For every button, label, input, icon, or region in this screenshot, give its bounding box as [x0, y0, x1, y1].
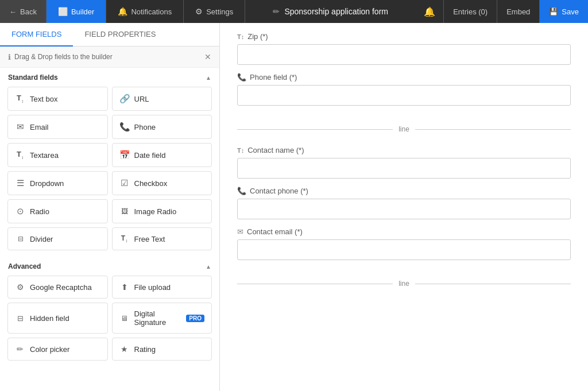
back-button[interactable]: ← Back — [0, 0, 47, 23]
edit-icon: ✏ — [273, 7, 280, 16]
field-item-color-picker[interactable]: ✏ Color picker — [7, 338, 108, 361]
contact-email-icon: ✉ — [237, 227, 243, 236]
settings-tab[interactable]: ⚙ Settings — [184, 0, 245, 23]
form-title: Sponsorship application form — [284, 7, 388, 16]
divider-2-line-right — [415, 284, 571, 284]
hidden-field-icon: ⊟ — [15, 314, 25, 323]
notifications-label: Notifications — [131, 7, 172, 16]
top-nav: ← Back ⬜ Builder 🔔 Notifications ⚙ Setti… — [0, 0, 588, 23]
field-label-text-box: Text box — [30, 95, 57, 103]
section-standard-toggle[interactable] — [206, 73, 211, 82]
url-icon: 🔗 — [119, 94, 130, 104]
drag-hint-text: Drag & Drop fields to the builder — [14, 53, 113, 61]
bell-icon: 🔔 — [424, 6, 435, 17]
field-item-url[interactable]: 🔗 URL — [112, 87, 212, 111]
divider-1: line — [220, 116, 588, 142]
section-advanced-toggle[interactable] — [206, 262, 211, 270]
embed-button[interactable]: Embed — [497, 0, 539, 23]
nav-right-actions: 🔔 Entries (0) Embed 💾 Save — [416, 0, 588, 23]
field-item-divider[interactable]: ⊟ Divider — [7, 227, 108, 250]
left-panel: FORM FIELDS FIELD PROPERTIES ℹ Drag & Dr… — [0, 23, 220, 391]
recaptcha-icon: ⚙ — [15, 282, 25, 292]
field-item-email[interactable]: ✉ Email — [7, 115, 108, 139]
divider-text-2: line — [399, 280, 409, 288]
field-item-date[interactable]: 📅 Date field — [112, 143, 212, 167]
bell-button[interactable]: 🔔 — [416, 0, 443, 23]
phone-input[interactable] — [237, 85, 571, 106]
save-button[interactable]: 💾 Save — [539, 0, 588, 23]
field-label-email: Email — [30, 123, 49, 131]
field-item-phone[interactable]: 📞 Phone — [112, 115, 212, 139]
contact-email-input[interactable] — [237, 239, 571, 260]
field-item-recaptcha[interactable]: ⚙ Google Recaptcha — [7, 276, 108, 299]
form-preview: T↕ Zip (*) 📞 Phone field (*) line — [220, 23, 588, 391]
standard-fields-grid: T↕ Text box 🔗 URL ✉ Email 📞 Phone — [0, 85, 219, 257]
rating-icon: ★ — [119, 344, 130, 354]
field-label-url: URL — [134, 95, 149, 103]
embed-label: Embed — [506, 7, 530, 16]
notifications-tab[interactable]: 🔔 Notifications — [106, 0, 184, 23]
date-icon: 📅 — [119, 150, 130, 160]
divider-2: line — [220, 270, 588, 297]
contact-name-icon: T↕ — [237, 147, 244, 154]
field-item-file-upload[interactable]: ⬆ File upload — [112, 276, 212, 299]
pro-badge: PRO — [186, 315, 204, 322]
contact-name-label: T↕ Contact name (*) — [237, 146, 571, 154]
field-label-free-text: Free Text — [134, 235, 165, 243]
dropdown-icon: ☰ — [15, 178, 25, 188]
color-picker-icon: ✏ — [15, 344, 25, 354]
field-item-text-box[interactable]: T↕ Text box — [7, 87, 108, 111]
contact-name-input[interactable] — [237, 158, 571, 179]
zip-label-icon: T↕ — [237, 33, 244, 40]
digital-signature-icon: 🖥 — [119, 314, 130, 323]
drag-hint-bar: ℹ Drag & Drop fields to the builder ✕ — [0, 47, 219, 68]
field-label-dropdown: Dropdown — [30, 179, 64, 188]
field-item-hidden[interactable]: ⊟ Hidden field — [7, 303, 108, 334]
field-item-rating[interactable]: ★ Rating — [112, 338, 212, 361]
field-item-digital-signature[interactable]: 🖥 Digital Signature PRO — [112, 303, 212, 334]
phone-label-icon: 📞 — [237, 73, 246, 82]
settings-label: Settings — [206, 7, 233, 16]
notifications-icon: 🔔 — [118, 7, 127, 16]
section-standard-label: Standard fields — [8, 73, 58, 82]
divider-text-1: line — [399, 125, 409, 133]
field-label-divider: Divider — [30, 235, 53, 243]
tab-form-fields[interactable]: FORM FIELDS — [0, 23, 73, 47]
field-label-phone: Phone — [134, 123, 156, 131]
field-contact-email: ✉ Contact email (*) — [220, 219, 588, 260]
form-title-area: ✏ Sponsorship application form — [245, 7, 416, 16]
contact-phone-input[interactable] — [237, 199, 571, 219]
field-item-free-text[interactable]: T↕ Free Text — [112, 227, 212, 250]
field-label-date: Date field — [134, 151, 166, 160]
phone-icon: 📞 — [119, 122, 130, 132]
image-radio-icon: 🖼 — [119, 207, 130, 215]
back-icon: ← — [9, 7, 17, 16]
free-text-icon: T↕ — [119, 234, 130, 243]
field-contact-phone: 📞 Contact phone (*) — [220, 179, 588, 219]
builder-icon: ⬜ — [58, 7, 68, 16]
field-item-textarea[interactable]: T↕ Textarea — [7, 143, 108, 167]
entries-button[interactable]: Entries (0) — [443, 0, 497, 23]
field-label-color-picker: Color picker — [30, 345, 69, 354]
field-label-digital-signature: Digital Signature — [134, 309, 182, 327]
section-standard-header: Standard fields — [0, 68, 219, 85]
right-panel: T↕ Zip (*) 📞 Phone field (*) line — [220, 23, 588, 391]
close-icon[interactable]: ✕ — [204, 52, 211, 61]
text-box-icon: T↕ — [15, 94, 25, 104]
divider-line-left — [237, 129, 393, 130]
file-upload-icon: ⬆ — [119, 282, 130, 292]
field-item-dropdown[interactable]: ☰ Dropdown — [7, 171, 108, 195]
field-phone: 📞 Phone field (*) — [220, 65, 588, 106]
zip-input[interactable] — [237, 44, 571, 65]
field-label-radio: Radio — [30, 207, 49, 216]
panel-tabs: FORM FIELDS FIELD PROPERTIES — [0, 23, 219, 47]
contact-phone-label: 📞 Contact phone (*) — [237, 187, 571, 195]
field-item-checkbox[interactable]: ☑ Checkbox — [112, 171, 212, 195]
builder-label: Builder — [71, 7, 94, 16]
field-item-image-radio[interactable]: 🖼 Image Radio — [112, 199, 212, 223]
tab-field-properties[interactable]: FIELD PROPERTIES — [73, 23, 167, 47]
back-label: Back — [20, 7, 37, 16]
field-item-radio[interactable]: ⊙ Radio — [7, 199, 108, 223]
zip-label: T↕ Zip (*) — [237, 32, 571, 41]
builder-tab[interactable]: ⬜ Builder — [47, 0, 106, 23]
